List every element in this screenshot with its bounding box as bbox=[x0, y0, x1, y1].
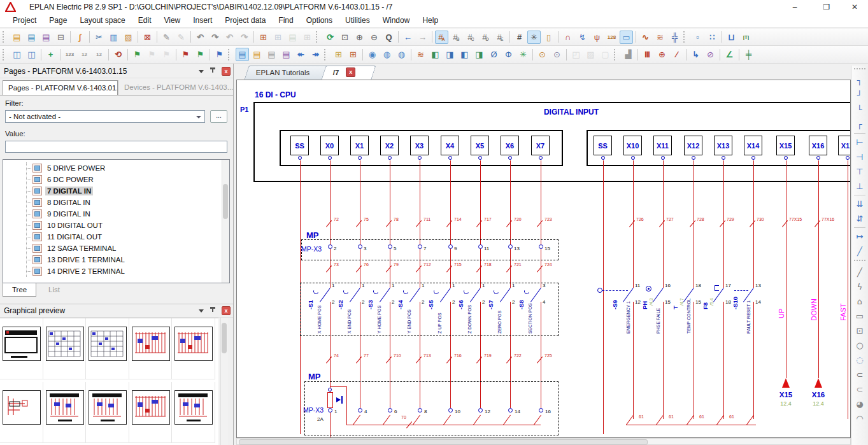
connection-tree-icon[interactable]: ψ bbox=[590, 31, 604, 44]
close-button[interactable]: ✕ bbox=[845, 0, 864, 14]
switch-group-box[interactable] bbox=[300, 283, 559, 336]
tree-item[interactable]: 7 DIGITAL IN bbox=[3, 185, 222, 197]
plc-terminal-box[interactable]: X2 bbox=[380, 136, 399, 155]
insert-text-icon[interactable]: |T| bbox=[739, 31, 753, 44]
circle-connection-icon[interactable]: ⊘ bbox=[704, 48, 717, 61]
connection-point-arrow-icon[interactable]: ↦ bbox=[853, 230, 867, 243]
draw-circle-2-icon[interactable]: ◌ bbox=[853, 353, 867, 367]
logic-preview-icon[interactable]: ↯ bbox=[576, 31, 589, 44]
pin-icon[interactable] bbox=[209, 67, 217, 75]
print-icon[interactable]: ⊟ bbox=[54, 31, 68, 44]
preview-thumbnail[interactable] bbox=[172, 318, 215, 379]
grid-c-icon[interactable]: #C bbox=[464, 31, 478, 44]
redo-history-icon[interactable]: ↷ bbox=[238, 31, 251, 44]
page-check-icon[interactable]: ▤ bbox=[286, 31, 299, 44]
delete-selection-icon[interactable]: ⊠ bbox=[141, 31, 154, 44]
paste-icon[interactable]: ▧ bbox=[122, 31, 135, 44]
schematic-canvas[interactable]: 16 DI - CPU P1 DIGITAL INPUT SSX0X1X2X3X… bbox=[236, 80, 851, 438]
canvas-hscrollbar[interactable] bbox=[236, 438, 851, 445]
next-page-icon[interactable]: ↠ bbox=[309, 48, 322, 61]
table-view-icon[interactable]: ⊞ bbox=[301, 31, 314, 44]
filter-dropdown[interactable]: - Not activated - bbox=[5, 110, 205, 123]
preview-scrollbar-thumb[interactable] bbox=[222, 323, 227, 353]
format-paint-icon[interactable]: ✎ bbox=[160, 31, 173, 44]
minimize-button[interactable]: – bbox=[785, 0, 804, 14]
open-page-icon[interactable]: ▤ bbox=[25, 31, 38, 44]
plc-terminal-box[interactable]: X12 bbox=[684, 136, 702, 155]
cable-definition-icon[interactable]: Φ bbox=[502, 48, 515, 61]
panel-menu-icon[interactable] bbox=[199, 309, 204, 313]
value-128-icon[interactable]: 128 bbox=[605, 31, 618, 44]
number-pins-icon[interactable]: 12 bbox=[92, 48, 106, 61]
fuse-symbol[interactable] bbox=[327, 392, 333, 408]
terminals-4-icon[interactable]: ◧ bbox=[458, 48, 471, 61]
plc-terminal-box[interactable]: X5 bbox=[471, 136, 489, 155]
undo-history-icon[interactable]: ↶ bbox=[223, 31, 236, 44]
device-connect-1-icon[interactable]: ◉ bbox=[366, 48, 379, 61]
value-input[interactable] bbox=[5, 141, 227, 153]
plc-terminal-box[interactable]: X15 bbox=[776, 136, 795, 155]
panel-tab-devices[interactable]: Devices - PLATFORM V.6-1403.... bbox=[118, 80, 234, 95]
preview-scrollbar[interactable] bbox=[220, 318, 228, 445]
tree-item[interactable]: 12 SAGA TERMINAL bbox=[3, 243, 222, 254]
zoom-in-icon[interactable]: ⊕ bbox=[353, 31, 366, 44]
table-edit-icon[interactable]: ⊞ bbox=[271, 31, 285, 44]
menu-insert[interactable]: Insert bbox=[187, 14, 218, 27]
layer-2-icon[interactable]: ▨ bbox=[584, 48, 597, 61]
go-back-icon[interactable]: ← bbox=[401, 31, 415, 44]
grid-display-icon[interactable]: # bbox=[513, 31, 526, 44]
preview-thumbnail[interactable] bbox=[86, 382, 129, 443]
grid-d-icon[interactable]: #D bbox=[479, 31, 492, 44]
format-paint-copy-icon[interactable]: ✎ bbox=[174, 31, 188, 44]
tab-list[interactable]: List bbox=[39, 283, 69, 297]
t-node-down-icon[interactable]: ⊤ bbox=[853, 165, 867, 178]
corner-up-right-icon[interactable]: ┘ bbox=[853, 88, 867, 102]
new-page-icon[interactable]: ▤ bbox=[10, 31, 24, 44]
draw-ellipse-icon[interactable]: ◠ bbox=[853, 412, 867, 425]
wires-multi-icon[interactable]: Ⅲ bbox=[641, 48, 654, 61]
panel-close-icon[interactable]: x bbox=[222, 67, 231, 76]
page-navigator-icon[interactable]: ▤ bbox=[236, 48, 249, 61]
plc-edit-2-icon[interactable]: ⊙ bbox=[550, 48, 564, 61]
draw-polygon-icon[interactable]: ⌂ bbox=[853, 295, 867, 308]
copy-icon[interactable]: ▥ bbox=[107, 31, 120, 44]
zoom-out-icon[interactable]: ⊖ bbox=[367, 31, 381, 44]
ruler-icon[interactable]: ▭ bbox=[620, 31, 633, 44]
canvas-hscrollbar-thumb[interactable] bbox=[239, 439, 648, 445]
corner-down-left-icon[interactable]: ┌ bbox=[853, 118, 867, 131]
menu-project[interactable]: Project bbox=[6, 14, 43, 27]
junction-up-down-icon[interactable]: ⇵ bbox=[853, 212, 867, 225]
terminal-strip-add-icon[interactable]: ⊞ bbox=[332, 48, 345, 61]
tree-item[interactable]: 5 DRIVE POWER bbox=[3, 162, 222, 174]
plc-terminal-box[interactable]: X10 bbox=[623, 136, 642, 155]
tree-item[interactable]: 13 DRIVE 1 TERMINAL bbox=[3, 254, 222, 265]
tree-item[interactable]: 11 DIGITAL OUT bbox=[3, 231, 222, 243]
draw-line-icon[interactable]: ╱ bbox=[853, 265, 867, 279]
preview-thumbnail[interactable] bbox=[86, 318, 129, 379]
layer-1-icon[interactable]: ◰ bbox=[569, 48, 583, 61]
workbook-2-icon[interactable]: ◫ bbox=[25, 48, 38, 61]
t-node-multi-icon[interactable]: ╪ bbox=[742, 48, 755, 61]
nav-hold-icon[interactable]: ⚑ bbox=[145, 48, 159, 61]
preview-thumbnail[interactable] bbox=[172, 382, 215, 443]
stamp-icon[interactable]: ▟ bbox=[622, 48, 635, 61]
go-forward-icon[interactable]: → bbox=[416, 31, 429, 44]
copy-page-icon[interactable]: ▤ bbox=[265, 48, 278, 61]
previous-page-icon[interactable]: ↞ bbox=[294, 48, 308, 61]
mp-terminal-strip-lower[interactable] bbox=[304, 381, 559, 435]
conn-grid-icon[interactable]: ╬ bbox=[668, 31, 681, 44]
plc-terminal-box[interactable]: X1 bbox=[350, 136, 369, 155]
settings-wrench-icon[interactable]: ∫ bbox=[73, 31, 87, 44]
pin-icon[interactable] bbox=[209, 307, 217, 314]
plc-terminal-box[interactable]: X7 bbox=[531, 136, 550, 155]
menu-help[interactable]: Help bbox=[416, 14, 445, 27]
device-sync-icon[interactable]: ⟲ bbox=[111, 48, 125, 61]
wire-node-icon[interactable]: ⊕ bbox=[655, 48, 669, 61]
page-properties-icon[interactable]: ▤ bbox=[39, 31, 53, 44]
workbook-1-icon[interactable]: ◫ bbox=[10, 48, 24, 61]
plc-terminal-box[interactable]: X14 bbox=[744, 136, 762, 155]
new-page-2-icon[interactable]: ▤ bbox=[250, 48, 264, 61]
device-connect-3-icon[interactable]: ◍ bbox=[395, 48, 408, 61]
shield-icon[interactable]: ✳ bbox=[516, 48, 530, 61]
terminal-strip-edit-icon[interactable]: ⊞ bbox=[346, 48, 360, 61]
